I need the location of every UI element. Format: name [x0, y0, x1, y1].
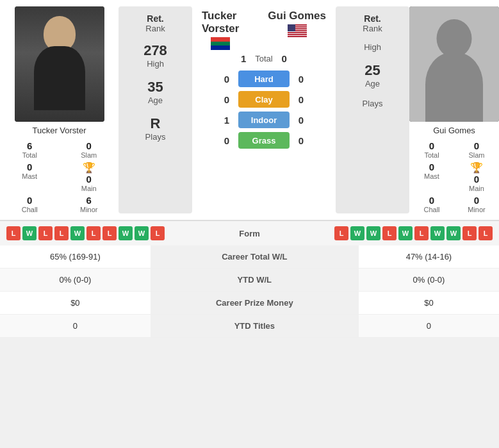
player-right: Gui Gomes 0 Total 0 Slam 0 Mast 🏆 0 Mai — [413, 6, 496, 213]
form-badge-l: L — [102, 226, 117, 240]
stat-right: 47% (14-16) — [359, 245, 499, 269]
stat-left: 0 — [0, 315, 151, 338]
plays-label-right: Plays — [363, 99, 383, 108]
grass-score-right: 0 — [295, 135, 307, 146]
form-badge-l: L — [334, 226, 348, 240]
gui-flag — [288, 24, 307, 37]
ret-label-right: Ret. — [364, 13, 380, 24]
indoor-badge: Indoor — [238, 112, 290, 128]
rank-block-right: Ret. Rank — [363, 13, 382, 33]
tucker-photo — [15, 6, 104, 122]
mast-cell-right: 0 Mast — [413, 162, 451, 192]
left-form-badges: LWLLWLLWWL — [6, 226, 165, 240]
hard-score-left: 0 — [220, 74, 233, 85]
total-value-right: 0 — [429, 140, 434, 151]
high-label-right: High — [364, 42, 381, 52]
player-right-stats-grid: 0 Total 0 Slam 0 Mast 🏆 0 Main 0 — [413, 140, 496, 213]
table-row: 65% (169-91) Career Total W/L 47% (14-16… — [0, 245, 499, 269]
slam-value-left: 0 — [86, 140, 92, 151]
top-names-flags: Tucker Vorster Gui Gomes — [195, 6, 332, 50]
form-badge-w: W — [350, 226, 364, 240]
plays-value-left: R — [151, 115, 161, 132]
form-badge-w: W — [70, 226, 85, 240]
grass-score-left: 0 — [220, 135, 233, 146]
chall-value-left: 0 — [27, 195, 32, 206]
age-label-right: Age — [365, 79, 380, 88]
flag-us — [288, 24, 307, 37]
hard-row: 0 Hard 0 — [195, 71, 332, 87]
mast-label-left: Mast — [22, 172, 37, 180]
grass-row: 0 Grass 0 — [195, 132, 332, 149]
form-label: Form — [239, 229, 260, 238]
stat-center: YTD Titles — [151, 315, 359, 338]
minor-label-left: Minor — [80, 206, 98, 213]
form-badge-w: W — [398, 226, 413, 240]
form-badge-w: W — [446, 226, 461, 240]
total-cell-left: 6 Total — [3, 140, 56, 159]
total-value-left: 6 — [27, 140, 32, 151]
chall-label-left: Chall — [22, 206, 38, 213]
total-label-right: Total — [424, 151, 439, 159]
gui-photo — [409, 6, 499, 122]
plays-block-right: Plays — [363, 99, 383, 108]
table-row: $0 Career Prize Money $0 — [0, 292, 499, 315]
stats-table: 65% (169-91) Career Total W/L 47% (14-16… — [0, 245, 499, 338]
stat-center: Career Total W/L — [151, 245, 359, 269]
rank-label-right: Rank — [363, 24, 382, 33]
chall-value-right: 0 — [429, 195, 434, 206]
grass-badge: Grass — [238, 132, 290, 149]
form-badge-l: L — [151, 226, 165, 240]
plays-block-left: R Plays — [145, 115, 166, 142]
hard-score-right: 0 — [295, 74, 307, 85]
age-block-left: 35 Age — [147, 79, 163, 105]
total-score-right: 0 — [278, 53, 291, 64]
stat-center: YTD W/L — [151, 269, 359, 292]
slam-cell-right: 0 Slam — [457, 140, 496, 159]
ret-label-left: Ret. — [147, 13, 163, 24]
minor-cell-left: 6 Minor — [63, 195, 116, 213]
high-block-left: 278 High — [143, 42, 167, 69]
slam-cell-left: 0 Slam — [63, 140, 116, 159]
indoor-row: 1 Indoor 0 — [195, 112, 332, 128]
form-badge-l: L — [462, 226, 477, 240]
tucker-name-block: Tucker Vorster — [202, 10, 239, 50]
table-row: 0% (0-0) YTD W/L 0% (0-0) — [0, 269, 499, 292]
right-form-badges: LWWLWLWWLL — [334, 226, 493, 240]
court-and-names: Tucker Vorster Gui Gomes 1 — [195, 6, 332, 213]
main-container: Tucker Vorster 6 Total 0 Slam 0 Mast 🏆 0 — [0, 0, 499, 338]
high-value-left: 278 — [143, 42, 167, 59]
player-left-photo — [15, 6, 104, 122]
trophy-cell-left: 🏆 0 Main — [63, 162, 116, 192]
stat-right: 0% (0-0) — [359, 269, 499, 292]
minor-cell-right: 0 Minor — [457, 195, 496, 213]
total-row: 1 Total 0 — [195, 53, 332, 64]
tucker-flag — [211, 37, 230, 50]
age-block-right: 25 Age — [364, 62, 380, 88]
court-rows: 1 Total 0 0 Hard 0 0 Clay 0 1 Indoor — [195, 53, 332, 149]
age-label-left: Age — [148, 95, 163, 105]
mast-cell-left: 0 Mast — [3, 162, 56, 192]
main-label-left: Main — [81, 185, 97, 192]
stat-left: 65% (169-91) — [0, 245, 151, 269]
slam-label-left: Slam — [81, 151, 97, 159]
age-value-right: 25 — [364, 62, 380, 79]
mast-value-right: 0 — [429, 162, 434, 172]
form-badge-w: W — [135, 226, 149, 240]
player-right-name: Gui Gomes — [433, 126, 475, 135]
minor-label-right: Minor — [468, 206, 486, 213]
table-row: 0 YTD Titles 0 — [0, 315, 499, 338]
form-badge-l: L — [6, 226, 20, 240]
high-block-right: High — [364, 42, 381, 52]
stat-right: $0 — [359, 292, 499, 315]
form-badge-l: L — [382, 226, 397, 240]
form-badge-l: L — [86, 226, 101, 240]
top-section: Tucker Vorster 6 Total 0 Slam 0 Mast 🏆 0 — [0, 0, 499, 220]
flag-za — [211, 37, 230, 50]
center-left-stats: Ret. Rank 278 High 35 Age R Plays — [119, 6, 192, 213]
player-left-stats-grid: 6 Total 0 Slam 0 Mast 🏆 0 Main 0 — [3, 140, 115, 213]
form-badge-w: W — [366, 226, 380, 240]
total-label: Total — [255, 54, 272, 63]
form-badge-l: L — [38, 226, 53, 240]
form-section: LWLLWLLWWL Form LWWLWLWWLL — [0, 220, 499, 245]
chall-label-right: Chall — [423, 206, 439, 213]
